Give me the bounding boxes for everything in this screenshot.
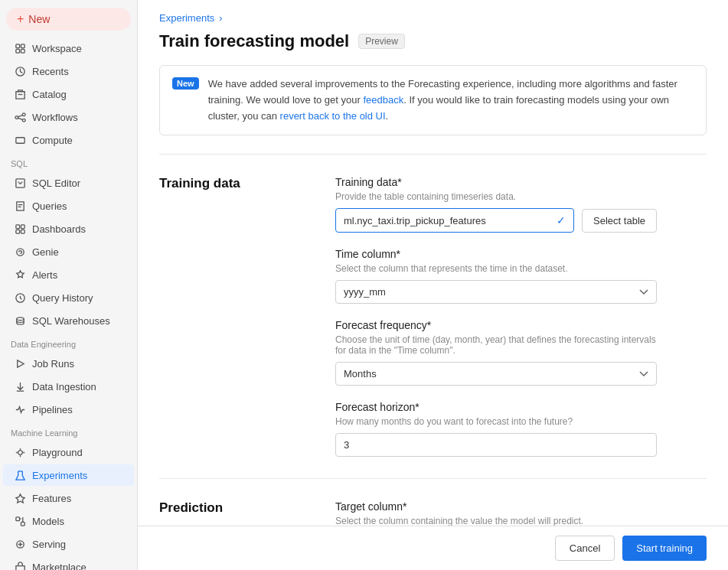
preview-badge: Preview	[358, 34, 405, 49]
sidebar-item-experiments[interactable]: Experiments	[3, 464, 134, 486]
banner-new-badge: New	[172, 77, 199, 90]
sidebar-item-workspace[interactable]: Workspace	[3, 37, 134, 59]
sidebar-item-recents[interactable]: Recents	[3, 60, 134, 82]
sidebar-item-sql-warehouses[interactable]: SQL Warehouses	[3, 310, 134, 331]
svg-rect-29	[15, 516, 19, 520]
sidebar-item-alerts[interactable]: Alerts	[3, 264, 134, 285]
job-runs-icon	[14, 357, 26, 370]
sidebar-item-serving[interactable]: Serving	[3, 533, 134, 555]
info-banner: New We have added several improvements t…	[159, 65, 707, 135]
sidebar-item-dashboards[interactable]: Dashboards	[3, 218, 134, 239]
svg-rect-3	[21, 49, 24, 53]
training-data-input-row: ml.nyc_taxi.trip_pickup_features ✓ Selec…	[335, 208, 657, 233]
banner-text-after: .	[386, 110, 389, 122]
banner-feedback-link[interactable]: feedback	[363, 94, 403, 106]
new-button[interactable]: + New	[6, 8, 131, 31]
marketplace-icon	[14, 561, 26, 570]
sidebar-item-playground[interactable]: Playground	[3, 441, 134, 463]
genie-icon	[14, 246, 26, 258]
query-history-label: Query History	[32, 292, 93, 304]
training-data-value-wrapper: ml.nyc_taxi.trip_pickup_features ✓	[335, 208, 574, 233]
sidebar-item-marketplace[interactable]: Marketplace	[3, 556, 134, 570]
serving-label: Serving	[32, 539, 66, 550]
workspace-icon	[14, 42, 26, 54]
sidebar-item-compute[interactable]: Compute	[3, 129, 134, 151]
playground-icon	[14, 446, 26, 458]
genie-label: Genie	[32, 246, 59, 258]
workflows-icon	[14, 111, 26, 123]
svg-point-6	[15, 116, 18, 119]
target-column-label: Target column*	[335, 500, 657, 513]
check-icon: ✓	[557, 214, 566, 226]
svg-line-10	[18, 118, 22, 119]
recents-label: Recents	[32, 66, 69, 77]
training-data-section: Training data Training data* Provide the…	[159, 154, 707, 478]
sidebar-item-data-ingestion[interactable]: Data Ingestion	[3, 376, 134, 397]
svg-rect-18	[15, 224, 19, 228]
sidebar-item-job-runs[interactable]: Job Runs	[3, 353, 134, 374]
plus-icon: +	[17, 12, 24, 26]
queries-label: Queries	[32, 200, 67, 212]
time-column-select[interactable]: yyyy_mm	[335, 280, 657, 304]
time-column-desc: Select the column that represents the ti…	[335, 263, 657, 274]
forecast-freq-desc: Choose the unit of time (day, month, yea…	[335, 334, 657, 356]
sql-editor-label: SQL Editor	[32, 178, 80, 189]
dashboards-icon	[14, 223, 26, 235]
sidebar-item-query-history[interactable]: Query History	[3, 287, 134, 308]
sql-warehouses-icon	[14, 314, 26, 327]
svg-rect-30	[21, 522, 24, 526]
catalog-label: Catalog	[32, 89, 67, 100]
models-label: Models	[32, 516, 64, 527]
workflows-label: Workflows	[32, 112, 78, 123]
svg-marker-25	[17, 360, 23, 366]
svg-point-7	[22, 112, 25, 116]
data-ingestion-label: Data Ingestion	[32, 381, 96, 392]
sidebar-item-features[interactable]: Features	[3, 487, 134, 509]
alerts-icon	[14, 269, 26, 281]
workspace-label: Workspace	[32, 43, 82, 54]
training-data-label: Training data*	[335, 176, 657, 188]
sql-section-label: SQL	[0, 151, 137, 171]
start-training-button[interactable]: Start training	[622, 536, 707, 561]
models-icon	[14, 515, 26, 527]
banner-revert-link[interactable]: revert back to the old UI	[280, 110, 386, 122]
sidebar-item-queries[interactable]: Queries	[3, 195, 134, 217]
sidebar-item-catalog[interactable]: Catalog	[3, 83, 134, 105]
features-label: Features	[32, 493, 71, 504]
breadcrumb-parent[interactable]: Experiments	[159, 12, 214, 24]
sidebar-item-models[interactable]: Models	[3, 510, 134, 532]
select-table-button[interactable]: Select table	[582, 209, 657, 233]
sidebar-item-pipelines[interactable]: Pipelines	[3, 399, 134, 420]
svg-point-8	[22, 119, 25, 122]
svg-rect-20	[15, 230, 19, 233]
banner-text: We have added several improvements to th…	[208, 77, 694, 124]
svg-point-22	[16, 248, 23, 255]
forecast-freq-field: Forecast frequency* Choose the unit of t…	[335, 319, 657, 386]
svg-rect-11	[15, 137, 24, 143]
forecast-horizon-input[interactable]	[335, 433, 657, 457]
serving-icon	[14, 538, 26, 550]
forecast-freq-select[interactable]: Months	[335, 362, 657, 386]
sidebar: + New Workspace Recents Catalog Workflow…	[0, 0, 138, 570]
svg-point-27	[18, 450, 22, 454]
alerts-label: Alerts	[32, 269, 57, 281]
ml-section-label: Machine Learning	[0, 421, 137, 441]
pipelines-label: Pipelines	[32, 404, 73, 415]
marketplace-label: Marketplace	[32, 562, 87, 571]
dashboards-label: Dashboards	[32, 223, 86, 235]
experiments-label: Experiments	[32, 470, 87, 481]
time-column-label: Time column*	[335, 248, 657, 260]
training-data-desc: Provide the table containing timeseries …	[335, 191, 657, 202]
sidebar-item-genie[interactable]: Genie	[3, 241, 134, 262]
page-title: Train forecasting model	[159, 31, 349, 51]
query-history-icon	[14, 292, 26, 304]
features-icon	[14, 492, 26, 504]
sql-warehouses-label: SQL Warehouses	[32, 315, 110, 327]
compute-label: Compute	[32, 135, 73, 146]
sidebar-item-workflows[interactable]: Workflows	[3, 106, 134, 128]
cancel-button[interactable]: Cancel	[555, 536, 615, 561]
breadcrumb: Experiments ›	[159, 12, 707, 24]
training-data-field: Training data* Provide the table contain…	[335, 176, 657, 233]
forecast-horizon-desc: How many months do you want to forecast …	[335, 416, 657, 427]
sidebar-item-sql-editor[interactable]: SQL Editor	[3, 172, 134, 194]
